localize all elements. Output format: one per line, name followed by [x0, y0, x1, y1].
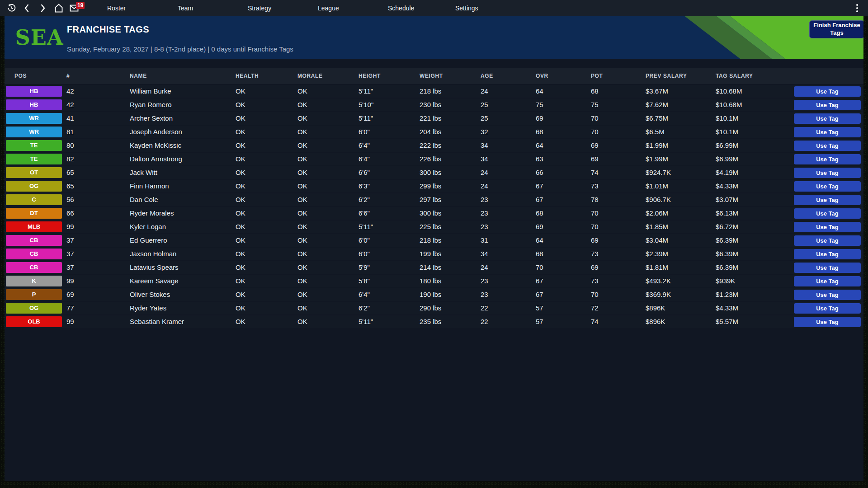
use-tag-button[interactable]: Use Tag — [794, 168, 861, 178]
nav-settings[interactable]: Settings — [455, 0, 478, 16]
cell-num: 69 — [66, 288, 74, 301]
use-tag-button[interactable]: Use Tag — [794, 222, 861, 232]
cell-age: 23 — [481, 275, 488, 287]
use-tag-button[interactable]: Use Tag — [794, 249, 861, 259]
column-header-pos[interactable]: POS — [14, 68, 27, 84]
kebab-menu-icon[interactable] — [852, 3, 863, 14]
use-tag-button[interactable]: Use Tag — [794, 154, 861, 164]
cell-health: OK — [236, 99, 245, 111]
column-header-health[interactable]: HEALTH — [236, 68, 259, 84]
cell-morale: OK — [297, 261, 307, 274]
history-icon[interactable] — [6, 3, 17, 14]
cell-num: 37 — [66, 248, 74, 260]
cell-age: 34 — [481, 139, 488, 152]
column-header--[interactable]: # — [66, 68, 70, 84]
main-panel: SEA FRANCHISE TAGS Sunday, February 28, … — [5, 16, 863, 481]
use-tag-button[interactable]: Use Tag — [794, 303, 861, 314]
cell-ovr: 66 — [536, 166, 543, 179]
cell-health: OK — [236, 302, 245, 314]
column-header-age[interactable]: AGE — [481, 68, 493, 84]
use-tag-button[interactable]: Use Tag — [794, 263, 861, 273]
back-icon[interactable] — [22, 3, 33, 14]
cell-health: OK — [236, 261, 245, 274]
cell-age: 22 — [481, 302, 488, 314]
cell-height: 6'0" — [359, 126, 370, 138]
cell-tag-salary: $6.99M — [716, 153, 738, 165]
cell-pot: 74 — [591, 315, 599, 328]
cell-height: 6'0" — [359, 234, 370, 247]
cell-age: 25 — [481, 112, 488, 125]
column-header-pot[interactable]: POT — [591, 68, 603, 84]
column-header-name[interactable]: NAME — [130, 68, 147, 84]
cell-prev-salary: $1.99M — [646, 153, 668, 165]
use-tag-button[interactable]: Use Tag — [794, 113, 861, 124]
use-tag-button[interactable]: Use Tag — [794, 276, 861, 286]
use-tag-button[interactable]: Use Tag — [794, 290, 861, 300]
top-bar: 19 Roster Team Strategy League Schedule … — [0, 0, 868, 16]
position-badge: CB — [6, 262, 62, 273]
column-header-weight[interactable]: WEIGHT — [420, 68, 443, 84]
cell-height: 6'6" — [359, 207, 370, 220]
cell-morale: OK — [297, 302, 307, 314]
table-row: TE82Dalton ArmstrongOKOK6'4"226 lbs34636… — [5, 153, 863, 165]
cell-name: Ed Guerrero — [130, 234, 167, 247]
cell-name: Archer Sexton — [130, 112, 173, 125]
cell-weight: 204 lbs — [420, 126, 441, 138]
position-badge: P — [6, 289, 62, 300]
use-tag-button[interactable]: Use Tag — [794, 86, 861, 97]
page-subtitle: Sunday, February 28, 2027 | 8-8 (T-2nd p… — [67, 45, 293, 53]
forward-icon[interactable] — [37, 3, 48, 14]
cell-height: 5'9" — [359, 261, 370, 274]
use-tag-button[interactable]: Use Tag — [794, 181, 861, 192]
use-tag-button[interactable]: Use Tag — [794, 235, 861, 246]
cell-height: 6'3" — [359, 180, 370, 192]
page-header: SEA FRANCHISE TAGS Sunday, February 28, … — [5, 16, 863, 59]
column-header-ovr[interactable]: OVR — [536, 68, 548, 84]
cell-ovr: 68 — [536, 207, 543, 220]
cell-pot: 70 — [591, 207, 599, 220]
table-row: MLB99Kyler LoganOKOK5'11"225 lbs236970$1… — [5, 221, 863, 233]
cell-weight: 235 lbs — [420, 315, 441, 328]
column-header-height[interactable]: HEIGHT — [359, 68, 381, 84]
use-tag-button[interactable]: Use Tag — [794, 100, 861, 110]
cell-prev-salary: $906.7K — [646, 193, 671, 206]
cell-tag-salary: $6.39M — [716, 261, 738, 274]
nav-roster[interactable]: Roster — [107, 0, 126, 16]
use-tag-button[interactable]: Use Tag — [794, 317, 861, 327]
cell-pot: 70 — [591, 112, 599, 125]
cell-height: 6'2" — [359, 193, 370, 206]
column-header-prev-salary[interactable]: PREV SALARY — [646, 68, 687, 84]
use-tag-button[interactable]: Use Tag — [794, 195, 861, 205]
cell-morale: OK — [297, 99, 307, 111]
cell-num: 65 — [66, 180, 74, 192]
finish-franchise-tags-button[interactable]: Finish Franchise Tags — [809, 20, 863, 38]
home-icon[interactable] — [53, 3, 64, 14]
cell-prev-salary: $6.5M — [646, 126, 665, 138]
nav-team[interactable]: Team — [178, 0, 193, 16]
mail-unread-badge: 19 — [76, 2, 85, 9]
column-header-morale[interactable]: MORALE — [297, 68, 323, 84]
nav-league[interactable]: League — [318, 0, 339, 16]
use-tag-button[interactable]: Use Tag — [794, 127, 861, 137]
cell-morale: OK — [297, 248, 307, 260]
cell-ovr: 70 — [536, 261, 543, 274]
use-tag-button[interactable]: Use Tag — [794, 208, 861, 219]
cell-pot: 70 — [591, 126, 599, 138]
column-header-tag-salary[interactable]: TAG SALARY — [716, 68, 753, 84]
cell-name: Joseph Anderson — [130, 126, 182, 138]
cell-ovr: 68 — [536, 126, 543, 138]
use-tag-button[interactable]: Use Tag — [794, 141, 861, 151]
table-row: HB42William BurkeOKOK5'11"218 lbs246468$… — [5, 85, 863, 98]
nav-schedule[interactable]: Schedule — [388, 0, 414, 16]
mail-icon[interactable]: 19 — [69, 3, 80, 14]
position-badge: DT — [6, 208, 62, 219]
table-row: HB42Ryan RomeroOKOK5'10"230 lbs257575$7.… — [5, 99, 863, 111]
cell-num: 56 — [66, 193, 74, 206]
cell-prev-salary: $3.67M — [646, 85, 668, 98]
cell-ovr: 67 — [536, 180, 543, 192]
nav-strategy[interactable]: Strategy — [248, 0, 271, 16]
cell-age: 24 — [481, 85, 488, 98]
table-row: WR81Joseph AndersonOKOK6'0"204 lbs326870… — [5, 126, 863, 138]
cell-weight: 230 lbs — [420, 99, 441, 111]
cell-pot: 70 — [591, 221, 599, 233]
